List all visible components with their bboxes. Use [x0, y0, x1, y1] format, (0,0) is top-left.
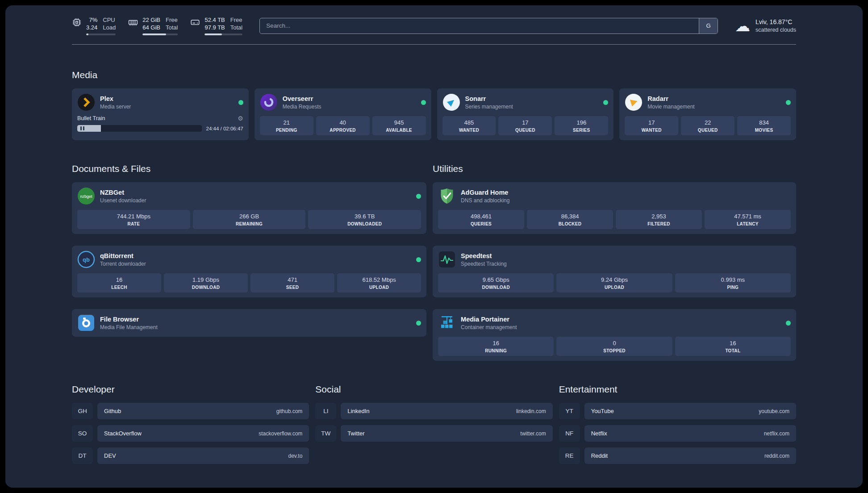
disk-icon [190, 17, 200, 35]
stat-value: 945 [374, 119, 424, 126]
bookmark-url: stackoverflow.com [259, 430, 302, 437]
dashboard: 7% 3.24 CPU Load [5, 5, 863, 488]
stat-label: QUEUED [500, 128, 550, 133]
bookmark-url: reddit.com [764, 453, 789, 459]
gear-icon[interactable]: ⚙ [238, 115, 243, 121]
service-name: Radarr [647, 95, 694, 103]
section-title-entertainment: Entertainment [559, 384, 796, 395]
bookmark-dev: DT DEV dev.to [72, 447, 309, 464]
disk-widget: 52.4 TB 97.9 TB Free Total [190, 16, 242, 35]
stat-value: 40 [318, 119, 368, 126]
service-card-plex[interactable]: Plex Media server Bullet Train ⚙ 24:44 /… [72, 88, 249, 140]
bookmark-name: YouTube [591, 408, 614, 414]
service-card-adguard[interactable]: AdGuard Home DNS and adblocking 498,461 … [433, 182, 796, 234]
stat-seed: 471 SEED [250, 273, 334, 292]
playback-progress-bar[interactable] [77, 125, 202, 132]
memory-free: 22 GiB [142, 16, 160, 24]
cpu-widget: 7% 3.24 CPU Load [72, 16, 116, 35]
bookmark-abbr: SO [72, 425, 93, 442]
bookmark-link[interactable]: Reddit reddit.com [584, 447, 796, 464]
search-bar: G [259, 18, 718, 34]
stat-value: 16 [677, 340, 789, 347]
plex-icon [77, 93, 95, 111]
nzbget-icon: nzbget [77, 187, 95, 205]
stat-label: REMAINING [195, 221, 304, 226]
bookmark-link[interactable]: StackOverflow stackoverflow.com [97, 425, 309, 442]
bookmark-name: Github [104, 408, 121, 414]
service-subtitle: Media File Management [100, 324, 158, 331]
stat-label: AVAILABLE [374, 128, 424, 133]
bookmark-link[interactable]: LinkedIn linkedin.com [341, 403, 552, 419]
stat-value: 0.993 ms [677, 276, 789, 284]
stat-value: 471 [252, 276, 333, 284]
bookmark-link[interactable]: Netflix netflix.com [584, 425, 796, 442]
service-subtitle: Container management [461, 324, 517, 331]
service-card-portainer[interactable]: Media Portainer Container management 16 … [433, 309, 796, 361]
adguard-icon [438, 187, 456, 205]
sonarr-icon [442, 93, 460, 111]
bookmark-url: github.com [276, 408, 303, 414]
bookmark-url: dev.to [288, 453, 303, 459]
stat-label: LEECH [79, 285, 159, 290]
stat-value: 744.21 Mbps [79, 213, 188, 220]
stat-pending: 21 PENDING [260, 116, 313, 135]
stat-rate: 744.21 Mbps RATE [77, 210, 190, 229]
stat-queued: 22 QUEUED [681, 116, 734, 135]
bookmark-link[interactable]: Twitter twitter.com [341, 425, 552, 442]
section-title-documents: Documents & Files [72, 163, 426, 174]
service-name: Plex [100, 95, 131, 103]
service-card-speedtest[interactable]: Speedtest Speedtest Tracking 9.65 Gbps D… [433, 246, 796, 297]
stat-ping: 0.993 ms PING [675, 273, 791, 292]
status-dot [416, 257, 421, 262]
cpu-percent: 7% [86, 16, 97, 24]
service-name: Overseerr [283, 95, 321, 103]
bookmark-github: GH Github github.com [72, 403, 309, 419]
bookmark-url: netflix.com [764, 430, 789, 437]
stat-downloaded: 39.6 TB DOWNLOADED [308, 210, 421, 229]
bookmark-group-entertainment: Entertainment YT YouTube youtube.com NF … [559, 361, 796, 470]
bookmark-url: youtube.com [759, 408, 789, 414]
portainer-icon [438, 314, 456, 332]
bookmark-link[interactable]: Github github.com [97, 403, 309, 419]
search-input[interactable] [260, 18, 699, 33]
stat-label: UPLOAD [558, 285, 670, 290]
stat-value: 47.571 ms [706, 213, 789, 220]
stat-value: 0 [558, 340, 670, 347]
stat-label: PENDING [262, 128, 312, 133]
bookmark-stackoverflow: SO StackOverflow stackoverflow.com [72, 425, 309, 442]
stat-label: RATE [79, 221, 188, 226]
stat-label: QUERIES [440, 221, 522, 226]
service-card-sonarr[interactable]: Sonarr Series management 485 WANTED 17 Q… [437, 88, 614, 140]
pause-icon[interactable] [80, 126, 84, 130]
service-card-filebrowser[interactable]: File Browser Media File Management [72, 309, 426, 337]
stat-wanted: 17 WANTED [625, 116, 678, 135]
bookmark-link[interactable]: YouTube youtube.com [584, 403, 796, 419]
bookmark-reddit: RE Reddit reddit.com [559, 447, 796, 464]
radarr-icon [625, 93, 643, 111]
stat-filtered: 2,953 FILTERED [616, 210, 702, 229]
service-card-qbittorrent[interactable]: qb qBittorrent Torrent downloader [72, 246, 426, 297]
cpu-label: CPU [103, 16, 116, 24]
bookmark-youtube: YT YouTube youtube.com [559, 403, 796, 419]
service-card-radarr[interactable]: Radarr Movie management 17 WANTED 22 QUE… [619, 88, 796, 140]
stat-value: 834 [739, 119, 789, 126]
cpu-icon [72, 17, 82, 35]
bookmark-name: StackOverflow [104, 430, 142, 437]
stat-label: DOWNLOADED [310, 221, 419, 226]
disk-total: 97.9 TB [204, 24, 225, 31]
search-provider-button[interactable]: G [699, 18, 718, 33]
stat-label: QUEUED [683, 128, 733, 133]
bookmark-link[interactable]: DEV dev.to [97, 447, 309, 464]
utilities-column: Utilities [433, 140, 796, 361]
topbar-divider [72, 44, 796, 45]
service-subtitle: DNS and adblocking [461, 197, 509, 204]
service-card-nzbget[interactable]: nzbget NZBGet Usenet downloader 74 [72, 182, 426, 234]
service-subtitle: Speedtest Tracking [461, 260, 507, 267]
status-dot [603, 100, 608, 105]
stat-value: 22 [683, 119, 733, 126]
service-card-overseerr[interactable]: Overseerr Media Requests 21 PENDING 40 A… [255, 88, 431, 140]
stat-label: TOTAL [677, 348, 789, 353]
bookmark-abbr: GH [72, 403, 93, 419]
service-subtitle: Media server [100, 103, 131, 110]
status-dot [786, 321, 791, 326]
